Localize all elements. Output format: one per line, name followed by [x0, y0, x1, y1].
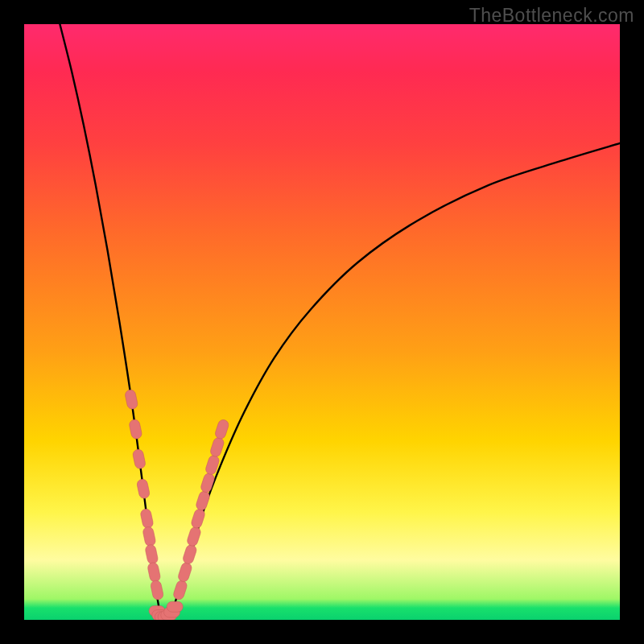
curve-markers: [124, 389, 229, 620]
curve-marker: [150, 580, 164, 601]
chart-frame: TheBottleneck.com: [0, 0, 644, 644]
curve-marker: [147, 562, 161, 583]
curve-marker: [140, 508, 155, 529]
curve-marker: [177, 561, 193, 583]
curve-marker: [186, 526, 202, 547]
curve-marker: [195, 490, 211, 512]
curve-layer: [24, 24, 620, 620]
curve-marker: [214, 419, 230, 440]
curve-marker: [124, 389, 138, 410]
curve-marker: [132, 448, 147, 469]
watermark-text: TheBottleneck.com: [469, 5, 634, 27]
plot-area: [24, 24, 620, 620]
curve-marker: [145, 544, 159, 565]
curve-marker: [167, 601, 183, 612]
curve-marker: [182, 543, 198, 565]
curve-marker: [172, 580, 188, 601]
curve-marker: [190, 508, 206, 530]
curve-marker: [142, 526, 157, 547]
curve-marker: [209, 436, 225, 458]
curve-marker: [200, 472, 216, 493]
curve-marker: [129, 419, 143, 440]
curve-marker: [136, 478, 151, 499]
